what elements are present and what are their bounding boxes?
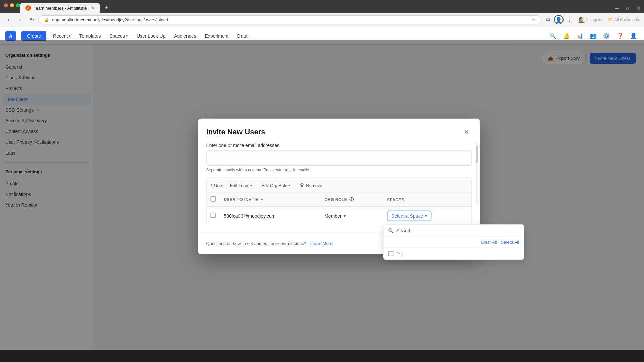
user-count: 1 User	[210, 183, 223, 188]
restore-btn[interactable]: ⧉	[623, 4, 632, 13]
close-icon: ✕	[464, 128, 469, 136]
nav-spaces[interactable]: Spaces ▾	[105, 31, 132, 41]
email-hint: Separate emails with a comma. Press ente…	[206, 168, 472, 172]
trash-icon: 🗑	[300, 183, 304, 188]
tab-bar: A Team Members - Amplitude ✕ + ─ ⧉ ✕	[0, 0, 644, 13]
forward-button[interactable]: ›	[15, 15, 25, 24]
recent-chevron: ▾	[69, 34, 70, 38]
spaces-chevron: ▾	[126, 34, 128, 38]
bookmark-icon[interactable]: ☆	[532, 17, 536, 22]
profile-icon[interactable]: 👤	[554, 15, 564, 24]
nav-experiment[interactable]: Experiment	[201, 31, 233, 41]
dropdown-item-1st[interactable]: 1st	[383, 248, 524, 260]
active-tab[interactable]: A Team Members - Amplitude ✕	[20, 3, 100, 13]
col-user-header: USER TO INVITE	[224, 197, 258, 202]
select-space-button[interactable]: Select a Space ▾	[387, 211, 431, 221]
refresh-button[interactable]: ↻	[27, 15, 36, 24]
nav-user-lookup[interactable]: User Look-Up	[132, 31, 169, 41]
bookmarks-icon: 📁	[608, 17, 613, 22]
incognito-label: Incognito	[586, 17, 603, 22]
col-org-role-header: ORG ROLE	[324, 197, 347, 202]
logo-letter: A	[9, 33, 12, 39]
nav-templates[interactable]: Templates	[75, 31, 105, 41]
email-label: Enter one or more email addresses	[206, 143, 472, 148]
role-chevron: ▾	[344, 214, 346, 218]
user-sort-icon[interactable]: ▼	[260, 198, 264, 202]
remove-button[interactable]: 🗑 Remove	[297, 181, 325, 189]
item-checkbox-1st[interactable]	[388, 251, 393, 256]
dropdown-search-row: 🔍	[383, 225, 524, 237]
modal-body: Enter one or more email addresses Separa…	[198, 143, 480, 232]
space-btn-label: Select a Space	[391, 213, 423, 219]
modal-header: Invite New Users ✕	[198, 119, 480, 143]
row-checkbox[interactable]	[210, 213, 216, 218]
spaces-dropdown: 🔍 Clear All Select All	[383, 224, 524, 260]
col-spaces-header: SPACES	[387, 198, 404, 202]
nav-audiences[interactable]: Audiences	[170, 31, 200, 41]
dropdown-search-input[interactable]	[396, 228, 519, 233]
header-checkbox[interactable]	[210, 196, 216, 202]
role-select-button[interactable]: Member ▾	[324, 213, 345, 219]
url-text: app.amplitude.com/analytics/moodjoy2/set…	[52, 17, 168, 22]
item-label-1st: 1st	[397, 251, 403, 256]
close-btn[interactable]: ✕	[633, 4, 644, 13]
minimize-window-btn[interactable]	[10, 3, 14, 7]
edit-org-chevron: ▾	[288, 183, 290, 187]
address-bar-row: ‹ › ↻ 🔒 app.amplitude.com/analytics/mood…	[0, 13, 644, 27]
role-value: Member	[324, 213, 341, 219]
nav-data[interactable]: Data	[233, 31, 251, 41]
dropdown-actions-row: Clear All Select All	[383, 237, 524, 248]
nav-recent[interactable]: Recent ▾	[49, 31, 74, 41]
maximize-window-btn[interactable]	[16, 3, 20, 7]
bookmarks-bar-toggle[interactable]: 📁 All Bookmarks	[608, 17, 640, 22]
edit-team-chevron: ▾	[250, 183, 252, 187]
close-window-btn[interactable]	[4, 3, 8, 7]
invite-table-row: 500fca03@moodjoy.com Member ▾ Select a S…	[206, 206, 472, 225]
dropdown-search-icon: 🔍	[388, 228, 394, 233]
back-button[interactable]: ‹	[4, 15, 13, 24]
address-bar[interactable]: 🔒 app.amplitude.com/analytics/moodjoy2/s…	[38, 15, 541, 24]
menu-icon[interactable]: ⋮	[565, 15, 574, 24]
new-tab-icon: +	[105, 4, 108, 11]
back-icon: ‹	[8, 16, 10, 23]
bookmarks-label: All Bookmarks	[614, 17, 640, 22]
footer-question: Questions on how to set and edit user pe…	[206, 241, 306, 246]
browser-toolbar-icons: ⧉ 👤 ⋮ 🕵 Incognito 📁 All Bookmarks	[543, 15, 640, 24]
minimize-btn[interactable]: ─	[612, 4, 622, 13]
row-email: 500fca03@moodjoy.com	[224, 213, 275, 219]
incognito-badge: 🕵 Incognito	[578, 17, 603, 23]
invite-table: USER TO INVITE ▼ ORG ROLE ⓘ SPACES	[206, 193, 472, 225]
tab-favicon: A	[25, 5, 31, 11]
select-all-button[interactable]: Select All	[501, 240, 519, 245]
invite-modal: Invite New Users ✕ Enter one or more ema…	[198, 119, 480, 254]
org-role-info-icon[interactable]: ⓘ	[349, 197, 354, 203]
modal-close-button[interactable]: ✕	[461, 127, 472, 137]
header-nav: Recent ▾ Templates Spaces ▾ User Look-Up…	[49, 31, 251, 41]
browser-chrome: A Team Members - Amplitude ✕ + ─ ⧉ ✕ ‹ ›…	[0, 0, 644, 27]
space-chevron: ▾	[425, 214, 427, 218]
table-toolbar: 1 User Edit Team ▾ Edit Org Role ▾ 🗑 Rem…	[206, 178, 472, 193]
close-tab-icon[interactable]: ✕	[91, 5, 95, 11]
incognito-icon: 🕵	[578, 17, 585, 23]
tab-title: Team Members - Amplitude	[34, 6, 87, 11]
modal-title: Invite New Users	[206, 128, 265, 136]
learn-more-link[interactable]: Learn More	[310, 241, 332, 246]
create-button[interactable]: Create	[21, 31, 46, 41]
extensions-icon[interactable]: ⧉	[543, 15, 553, 24]
email-input[interactable]	[206, 151, 472, 166]
edit-org-role-button[interactable]: Edit Org Role ▾	[259, 181, 293, 189]
edit-team-button[interactable]: Edit Team ▾	[227, 181, 255, 189]
lock-icon: 🔒	[44, 17, 49, 22]
clear-all-button[interactable]: Clear All	[481, 240, 497, 245]
forward-icon: ›	[19, 16, 21, 23]
new-tab-button[interactable]: +	[101, 3, 112, 13]
